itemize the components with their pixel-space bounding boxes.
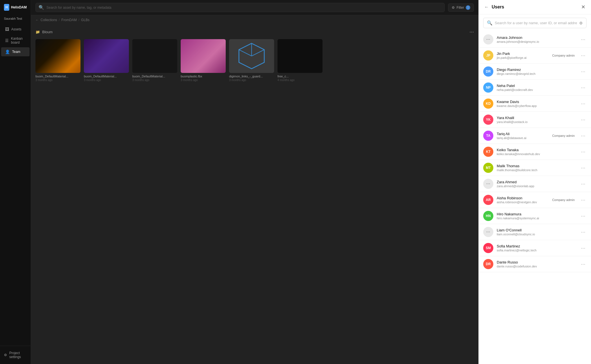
svg-line-3 xyxy=(239,50,252,56)
asset-date: 3 months ago xyxy=(84,79,129,82)
user-name: Jin Park xyxy=(497,52,549,56)
user-row[interactable]: JP Jin Park jin.park@pixelforge.ai Compa… xyxy=(479,48,591,64)
svg-line-2 xyxy=(252,50,264,56)
asset-card[interactable]: buom_DefaultMaterial... 3 months ago xyxy=(35,39,80,82)
main-nav: 🖼 Assets ☰ Kanban board 👤 Team xyxy=(0,25,31,346)
user-row[interactable]: SM Sofia Martinez sofia.martinez@netlogi… xyxy=(479,240,591,256)
search-bar[interactable]: 🔍 xyxy=(35,3,445,12)
panel-close-button[interactable]: ✕ xyxy=(581,5,585,10)
panel-filter-icon[interactable]: ⚙ xyxy=(579,21,583,25)
user-more-button[interactable]: ⋯ xyxy=(580,165,586,171)
user-info: Neha Patel neha.patel@codecraft.dev xyxy=(497,84,576,91)
avatar: MT xyxy=(483,163,493,173)
user-more-button[interactable]: ⋯ xyxy=(580,149,586,155)
sidebar-item-assets[interactable]: 🖼 Assets xyxy=(1,25,30,34)
app-logo[interactable]: H HelixDAM xyxy=(0,0,31,15)
asset-name: buom_DefaultMaterial... xyxy=(132,75,177,78)
user-email: jin.park@pixelforge.ai xyxy=(497,56,549,59)
user-info: Jin Park jin.park@pixelforge.ai xyxy=(497,52,549,59)
user-more-button[interactable]: ⋯ xyxy=(580,117,586,123)
user-more-button[interactable]: ⋯ xyxy=(580,229,586,235)
collection-more-btn[interactable]: ⋯ xyxy=(469,29,474,35)
sidebar-item-project-settings[interactable]: ⚙ Project settings xyxy=(4,349,27,361)
logo-icon: H xyxy=(4,4,9,11)
collection-name: Bloum xyxy=(42,30,53,34)
user-email: zara.ahmed@visionlab.app xyxy=(497,184,576,188)
user-email: kwame.davis@cyberflow.app xyxy=(497,104,576,108)
user-more-button[interactable]: ⋯ xyxy=(580,261,586,267)
user-more-button[interactable]: ⋯ xyxy=(580,181,586,187)
user-row[interactable]: NP Neha Patel neha.patel@codecraft.dev ⋯ xyxy=(479,80,591,96)
asset-date: 3 months ago xyxy=(229,79,274,82)
user-row[interactable]: YK Yara Khalil yara.khalil@uxstack.io ⋯ xyxy=(479,112,591,128)
user-name: Amara Johnson xyxy=(497,35,576,40)
search-input[interactable] xyxy=(46,6,442,10)
filter-badge: 1 xyxy=(466,5,470,10)
breadcrumb-fromdam[interactable]: FromDAM xyxy=(61,18,77,22)
user-email: tariq.ali@datawave.ai xyxy=(497,136,549,140)
user-name: Neha Patel xyxy=(497,84,576,88)
user-row[interactable]: HN Hiro Nakamura hiro.nakamura@systemsyn… xyxy=(479,208,591,224)
search-icon: 🔍 xyxy=(39,5,44,10)
user-name: Liam O'Connell xyxy=(497,228,576,232)
assets-icon: 🖼 xyxy=(5,27,9,32)
user-row[interactable]: Amara Johnson amara.johnson@designsync.i… xyxy=(479,32,591,48)
user-info: Sofia Martinez sofia.martinez@netlogic.t… xyxy=(497,244,576,252)
user-name: Dante Russo xyxy=(497,260,576,264)
user-more-button[interactable]: ⋯ xyxy=(580,133,586,139)
user-more-button[interactable]: ⋯ xyxy=(580,68,586,75)
asset-card[interactable]: digimon_links_-_guard... 3 months ago xyxy=(229,39,274,82)
breadcrumb-collections[interactable]: Collections xyxy=(41,18,57,22)
user-row[interactable]: KT Keiko Tanaka keiko.tanaka@innovatehub… xyxy=(479,144,591,160)
user-email: yara.khalil@uxstack.io xyxy=(497,120,576,124)
user-row[interactable]: AR Aisha Robinson aisha.robinson@nextgen… xyxy=(479,192,591,208)
avatar: HN xyxy=(483,211,493,221)
project-settings-label: Project settings xyxy=(9,351,27,359)
user-row[interactable]: DR Diego Ramirez diego.ramirez@devgrid.t… xyxy=(479,64,591,80)
user-more-button[interactable]: ⋯ xyxy=(580,84,586,91)
user-more-button[interactable]: ⋯ xyxy=(580,101,586,107)
asset-thumbnail xyxy=(277,39,323,73)
user-row[interactable]: TA Tariq Ali tariq.ali@datawave.ai Compa… xyxy=(479,128,591,144)
user-more-button[interactable]: ⋯ xyxy=(580,197,586,203)
asset-card[interactable]: buom_DefaultMaterial... 3 months ago xyxy=(132,39,177,82)
avatar: NP xyxy=(483,82,493,93)
users-panel: ← Users ✕ 🔍 ⚙ Amara Johnson amara.johnso… xyxy=(478,0,591,364)
asset-date: 3 months ago xyxy=(35,79,80,82)
user-row[interactable]: KD Kwame Davis kwame.davis@cyberflow.app… xyxy=(479,96,591,112)
settings-icon: ⚙ xyxy=(4,353,7,357)
filter-button[interactable]: ⚙ Filter 1 xyxy=(448,3,474,12)
user-row[interactable]: DR Dante Russo dante.russo@codefusion.de… xyxy=(479,256,591,272)
user-more-button[interactable]: ⋯ xyxy=(580,245,586,251)
user-name: Diego Ramirez xyxy=(497,68,576,72)
user-more-button[interactable]: ⋯ xyxy=(580,52,586,59)
sidebar-item-kanban[interactable]: ☰ Kanban board xyxy=(1,34,30,47)
asset-grid: buom_DefaultMaterial... 3 months ago buo… xyxy=(35,39,474,82)
user-more-button[interactable]: ⋯ xyxy=(580,213,586,219)
sidebar-bottom: ⚙ Project settings xyxy=(0,346,31,364)
user-info: Dante Russo dante.russo@codefusion.dev xyxy=(497,260,576,268)
breadcrumb-back-arrow[interactable]: ← xyxy=(35,18,39,22)
user-more-button[interactable]: ⋯ xyxy=(580,36,586,43)
panel-back-button[interactable]: ← xyxy=(484,5,489,10)
user-row[interactable]: Zara Ahmed zara.ahmed@visionlab.app ⋯ xyxy=(479,176,591,192)
kanban-icon: ☰ xyxy=(5,38,9,43)
user-badge: Company admin xyxy=(552,54,575,57)
user-row[interactable]: MT Malik Thomas malik.thomas@buildcore.t… xyxy=(479,160,591,176)
panel-search-input[interactable] xyxy=(495,21,577,25)
asset-thumbnail xyxy=(132,39,177,73)
asset-card[interactable]: buomplastic.fbx 3 months ago xyxy=(181,39,226,82)
user-email: neha.patel@codecraft.dev xyxy=(497,88,576,91)
collection-header: 📁 Bloum ⋯ xyxy=(35,29,474,35)
workspace-name: Saurabh Test xyxy=(0,15,31,25)
user-email: diego.ramirez@devgrid.tech xyxy=(497,72,576,75)
filter-icon: ⚙ xyxy=(452,6,455,10)
user-name: Sofia Martinez xyxy=(497,244,576,248)
breadcrumb-glbs[interactable]: GLBs xyxy=(81,18,89,22)
user-row[interactable]: Liam O'Connell liam.oconnell@cloudsync.i… xyxy=(479,224,591,240)
asset-card[interactable]: buom_DefaultMaterial... 3 months ago xyxy=(84,39,129,82)
panel-search-bar: 🔍 ⚙ xyxy=(483,18,586,28)
user-name: Zara Ahmed xyxy=(497,180,576,184)
asset-card[interactable]: free_c... 4 months ago xyxy=(277,39,323,82)
sidebar-item-team[interactable]: 👤 Team xyxy=(1,47,30,56)
